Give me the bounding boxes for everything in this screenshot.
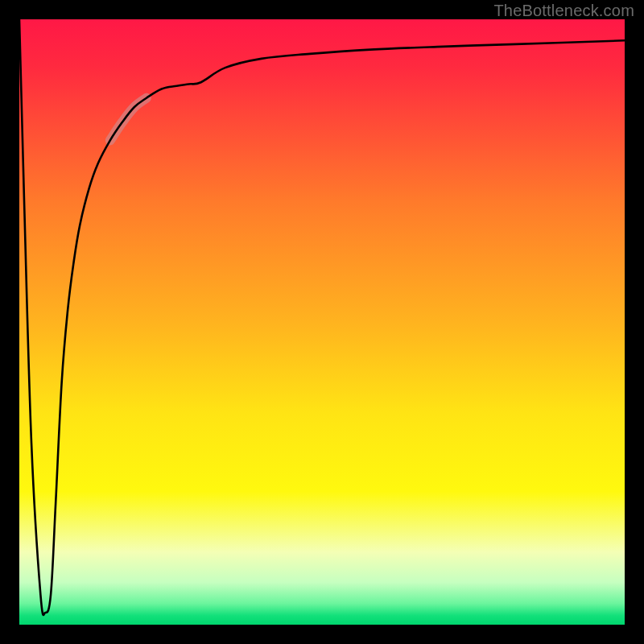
svg-rect-1: [0, 625, 644, 644]
chart-container: TheBottleneck.com: [0, 0, 644, 644]
svg-rect-3: [625, 0, 644, 644]
svg-rect-2: [0, 0, 19, 644]
attribution-label: TheBottleneck.com: [493, 2, 634, 20]
chart-svg: [0, 0, 644, 644]
plot-background: [19, 19, 625, 625]
